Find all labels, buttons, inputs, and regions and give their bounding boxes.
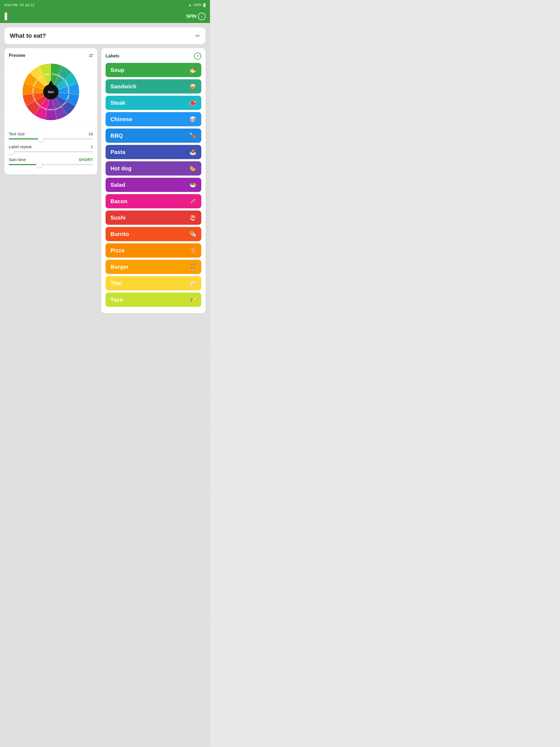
label-emoji: 🥓 [189,198,196,205]
wheel-container[interactable]: SoupSandwichSteakChineseBBQPastaHot dogS… [9,62,93,122]
label-text: Sushi [110,215,187,221]
label-emoji: 🍣 [189,214,196,221]
main-content: What to eat? ✏ Preview ⇄ SoupSandwichSte… [0,23,210,747]
label-repeat-label: Label repeat [9,145,31,149]
label-emoji: 🍜 [189,67,196,73]
labels-title: Labels [105,54,120,58]
title-card: What to eat? ✏ [4,27,206,44]
labels-list: Soup🍜Sandwich🥪Steak🥩Chinese🥡BBQ🍗Pasta🍝Ho… [105,63,201,307]
status-time: 9:04 PM [4,3,18,7]
svg-text:Salad: Salad [48,108,54,111]
label-text: Bacon [110,198,187,205]
svg-text:Spin: Spin [48,91,54,94]
page-title: What to eat? [10,32,46,40]
text-size-label: Text size [9,131,25,136]
label-text: Steak [110,100,187,106]
label-item[interactable]: BBQ🍗 [105,129,201,143]
spin-time-fill [9,164,39,165]
spin-nav-button[interactable]: SPIN › [186,12,206,20]
battery-label: 100% [193,3,202,7]
edit-icon[interactable]: ✏ [196,32,200,39]
text-size-thumb[interactable] [38,136,44,142]
label-emoji: 🌮 [189,297,196,303]
label-item[interactable]: Pizza🍕 [105,243,201,258]
label-emoji: 🍕 [189,247,196,254]
label-emoji: 🌭 [189,165,196,172]
label-text: Taco [110,297,187,303]
spin-nav-label: SPIN [186,14,196,19]
label-item[interactable]: Bacon🥓 [105,194,201,208]
label-emoji: 🌯 [189,231,196,237]
add-label-button[interactable]: + [194,52,201,60]
spin-nav-icon: › [198,12,206,20]
text-size-value: 16 [88,131,93,136]
label-emoji: 🥪 [189,83,196,90]
label-text: Chinese [110,116,187,123]
spin-time-row: Spin time SHORT [9,157,93,162]
label-emoji: 🍔 [189,264,196,270]
status-right: ▲ 100% ▓ [188,3,206,7]
label-emoji: 🥩 [189,100,196,106]
back-button[interactable]: ‹ [4,12,7,21]
label-item[interactable]: Taco🌮 [105,292,201,307]
label-text: Salad [110,182,187,188]
label-item[interactable]: Sushi🍣 [105,210,201,225]
spin-time-thumb[interactable] [36,162,42,168]
label-item[interactable]: Burrito🌯 [105,227,201,241]
preview-header: Preview ⇄ [9,52,93,58]
label-item[interactable]: Sandwich🥪 [105,79,201,94]
label-item[interactable]: Soup🍜 [105,63,201,77]
text-size-row: Text size 16 [9,131,93,136]
wifi-icon: ▲ [188,3,192,7]
label-emoji: 🥡 [189,116,196,123]
label-text: Pizza [110,248,187,254]
label-repeat-thumb[interactable] [8,149,14,155]
left-panel: Preview ⇄ SoupSandwichSteakChineseBBQPas… [4,48,97,175]
status-date: Fri Jul 12 [20,3,34,7]
shuffle-icon[interactable]: ⇄ [89,52,93,58]
label-text: Burger [110,264,187,270]
label-emoji: 🍗 [189,132,196,139]
label-emoji: 🥟 [189,280,196,287]
label-repeat-track [9,151,93,152]
label-item[interactable]: Thai🥟 [105,276,201,290]
status-left: 9:04 PM Fri Jul 12 [4,3,34,7]
spin-time-value: SHORT [79,157,93,162]
nav-bar: ‹ SPIN › [0,10,210,23]
preview-title: Preview [9,53,25,58]
label-emoji: 🥗 [189,182,196,188]
label-item[interactable]: Chinese🥡 [105,112,201,126]
label-repeat-value: 1 [91,145,93,149]
labels-header: Labels + [105,52,201,60]
text-size-track [9,138,93,139]
battery-icon: ▓ [203,3,206,7]
label-item[interactable]: Salad🥗 [105,178,201,192]
label-item[interactable]: Steak🥩 [105,96,201,110]
label-emoji: 🍝 [189,149,196,155]
label-text: BBQ [110,133,187,139]
label-item[interactable]: Pasta🍝 [105,145,201,159]
right-panel: Labels + Soup🍜Sandwich🥪Steak🥩Chinese🥡BBQ… [101,48,206,313]
spin-time-label: Spin time [9,157,26,162]
label-text: Thai [110,280,187,287]
text-size-section: Text size 16 Label repeat 1 [9,127,93,165]
label-repeat-row: Label repeat 1 [9,145,93,149]
label-text: Hot dog [110,165,187,172]
status-bar: 9:04 PM Fri Jul 12 ▲ 100% ▓ [0,0,210,10]
label-text: Soup [110,67,187,73]
label-text: Sandwich [110,83,187,90]
text-size-fill [9,138,41,139]
label-item[interactable]: Burger🍔 [105,260,201,274]
label-text: Burrito [110,231,187,237]
spin-time-track [9,164,93,165]
content-row: Preview ⇄ SoupSandwichSteakChineseBBQPas… [4,48,206,313]
label-item[interactable]: Hot dog🌭 [105,161,201,176]
label-text: Pasta [110,149,187,155]
spin-wheel[interactable]: SoupSandwichSteakChineseBBQPastaHot dogS… [21,62,81,122]
